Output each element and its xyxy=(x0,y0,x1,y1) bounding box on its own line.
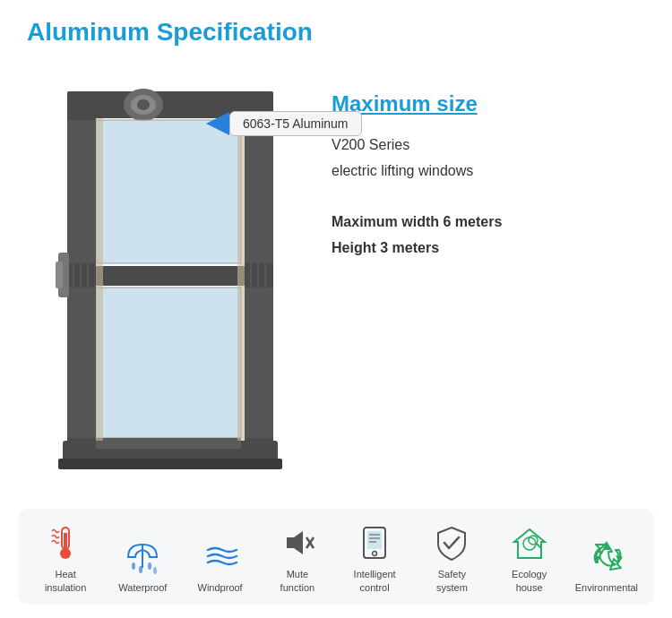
icon-mute-function: Mutefunction xyxy=(262,523,333,594)
icon-safety-system: Safetysystem xyxy=(416,523,487,594)
svg-rect-26 xyxy=(96,118,103,441)
page-container: Aluminum Specification 6063-T5 Aluminum xyxy=(0,0,672,618)
icon-environmental-label: Environmental xyxy=(575,581,638,594)
icon-waterproof: Waterproof xyxy=(107,536,178,594)
page-title: Aluminum Specification xyxy=(27,18,645,47)
window-svg xyxy=(54,82,287,476)
icon-safety-system-label: Safetysystem xyxy=(436,568,468,594)
svg-rect-7 xyxy=(58,459,282,469)
svg-line-47 xyxy=(537,544,540,547)
icon-heat-insulation-label: Heatinsulation xyxy=(45,568,86,594)
icon-heat-insulation: Heatinsulation xyxy=(30,523,101,594)
svg-point-35 xyxy=(153,567,157,574)
window-illustration: 6063-T5 Aluminum xyxy=(27,64,314,494)
icon-windproof-label: Windproof xyxy=(198,581,243,594)
spec-details: V200 Series electric lifting windows Max… xyxy=(332,133,645,262)
svg-point-32 xyxy=(132,562,135,570)
icon-intelligent-control-label: Intelligentcontrol xyxy=(354,568,396,594)
icon-windproof: Windproof xyxy=(185,536,256,594)
series-label: V200 Series xyxy=(332,133,645,159)
svg-rect-25 xyxy=(96,438,241,449)
icon-mute-function-label: Mutefunction xyxy=(280,568,315,594)
svg-point-34 xyxy=(148,562,151,570)
main-content: 6063-T5 Aluminum xyxy=(27,64,645,494)
svg-point-41 xyxy=(373,552,377,556)
icon-waterproof-label: Waterproof xyxy=(118,581,167,594)
svg-point-33 xyxy=(139,566,142,573)
svg-rect-30 xyxy=(64,533,67,551)
svg-rect-9 xyxy=(96,120,241,263)
icons-bar: Heatinsulation Waterproof xyxy=(18,509,654,605)
svg-rect-22 xyxy=(245,288,273,438)
svg-rect-27 xyxy=(237,118,245,441)
svg-point-5 xyxy=(137,99,150,110)
icon-ecology-house-label: Ecologyhouse xyxy=(512,568,547,594)
product-label: electric lifting windows xyxy=(332,159,645,185)
svg-rect-21 xyxy=(245,120,273,263)
svg-rect-40 xyxy=(367,531,382,549)
max-size-heading: Maximum size xyxy=(332,91,645,116)
svg-rect-11 xyxy=(96,288,241,438)
aluminum-label: 6063-T5 Aluminum xyxy=(229,111,362,136)
icon-ecology-house: Ecologyhouse xyxy=(494,523,565,594)
icon-intelligent-control: Intelligentcontrol xyxy=(339,523,410,594)
width-spec: Maximum width 6 meters xyxy=(332,210,645,236)
svg-rect-36 xyxy=(287,537,294,548)
svg-rect-20 xyxy=(67,288,96,438)
svg-rect-19 xyxy=(67,120,96,263)
height-spec: Height 3 meters xyxy=(332,236,645,262)
svg-rect-24 xyxy=(56,262,63,288)
info-panel: Maximum size V200 Series electric liftin… xyxy=(332,64,645,262)
icon-environmental: Environmental xyxy=(571,536,642,594)
